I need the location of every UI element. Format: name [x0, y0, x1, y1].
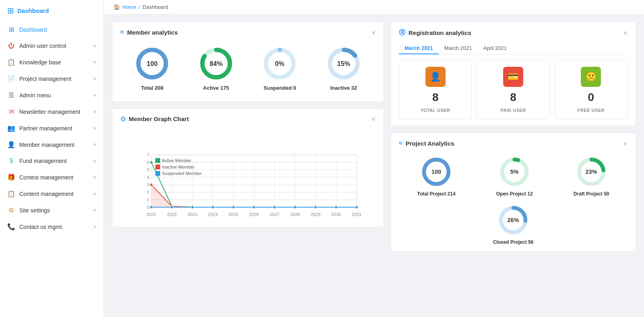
reg-card-total: 👤 8 TOTAL USER — [399, 60, 472, 119]
sidebar-nav: ⊞ Dashboard ⏻ Admin user control ∨ 📋 Kno… — [0, 21, 103, 235]
sidebar-item-knowledge-base[interactable]: 📋 Knowledge base ∨ — [0, 54, 103, 70]
svg-point-74 — [212, 206, 215, 209]
svg-text:2031: 2031 — [352, 212, 361, 217]
knowledge-base-icon: 📋 — [7, 58, 15, 66]
svg-text:100: 100 — [147, 60, 158, 67]
svg-text:2026: 2026 — [249, 212, 259, 217]
site-settings-icon: ⚙ — [7, 206, 15, 214]
project-icon: ≈ — [399, 140, 402, 147]
member-analytics-chevron[interactable]: ∨ — [372, 29, 376, 35]
svg-point-49 — [150, 161, 153, 164]
sidebar-logo[interactable]: ⊞ Dashboard — [0, 0, 103, 21]
reg-tab-1[interactable]: March 2021 — [439, 43, 478, 54]
breadcrumb-home[interactable]: Home — [122, 4, 136, 10]
sidebar-item-admin-user-control[interactable]: ⏻ Admin user control ∨ — [0, 38, 103, 54]
dashboard-icon: ⊞ — [7, 26, 15, 33]
sidebar-item-dashboard[interactable]: ⊞ Dashboard — [0, 21, 103, 38]
svg-point-77 — [273, 206, 276, 209]
svg-point-71 — [150, 206, 153, 209]
sidebar-label-admin-menu: Admin menu — [19, 92, 51, 99]
sidebar-label-member: Member management — [19, 142, 74, 148]
svg-text:2027: 2027 — [270, 212, 279, 217]
content-area: ≈ Member analytics ∨ 100 Total 208 84% A… — [104, 14, 644, 317]
sidebar-label-fund: Fund management — [19, 158, 67, 164]
reg-label-free: FREE USER — [578, 108, 605, 113]
donut-svg: 23% — [575, 156, 607, 188]
sidebar-label-project-management: Project management — [19, 76, 71, 82]
project-label-total: Total Project 214 — [417, 191, 455, 197]
reg-tab-0[interactable]: March 2021 — [399, 43, 439, 54]
svg-text:84%: 84% — [210, 60, 223, 67]
svg-rect-84 — [155, 165, 160, 169]
contest-icon: 🎁 — [7, 173, 15, 181]
breadcrumb-current: Dashboard — [142, 4, 168, 10]
sidebar-item-project-management[interactable]: 📄 Project management ∨ — [0, 70, 103, 87]
project-analytics-title: ≈ Project Analytics — [399, 140, 454, 147]
svg-text:2030: 2030 — [331, 212, 341, 217]
reg-icon-total: 👤 — [425, 67, 446, 87]
sidebar-item-contact[interactable]: 📞 Contact us mgmt. ∨ — [0, 218, 103, 235]
reg-tab-2[interactable]: April 2021 — [477, 43, 512, 54]
project-donut-closed: 26% Closed Project 56 — [493, 204, 534, 245]
chevron-admin-user-control: ∨ — [93, 43, 96, 49]
project-donut-draft: 23% Draft Project 50 — [574, 156, 609, 197]
svg-text:Active Member: Active Member — [162, 158, 192, 163]
project-label-open: Open Project 12 — [496, 191, 533, 197]
svg-point-78 — [294, 206, 297, 209]
registration-icon: Ⓡ — [399, 29, 405, 37]
sidebar-item-admin-menu[interactable]: ☰ Admin menu ∨ — [0, 87, 103, 103]
chevron-knowledge-base: ∨ — [93, 60, 96, 65]
registration-analytics-card: Ⓡ Registration analytics ∨ March 2021Mar… — [390, 22, 636, 126]
sidebar-item-partner[interactable]: 👥 Partner management ∨ — [0, 120, 103, 136]
sidebar-item-contest[interactable]: 🎁 Contest management ∨ — [0, 169, 103, 185]
donut-item-inactive: 15% Inactive 32 — [326, 45, 362, 91]
donut-svg: 5% — [498, 156, 530, 188]
donut-svg: 100 — [420, 156, 452, 188]
reg-card-free: 🙁 0 FREE USER — [555, 60, 627, 119]
reg-card-paid: 💳 8 PAID USER — [477, 60, 549, 119]
sidebar-label-admin-user-control: Admin user control — [19, 43, 66, 49]
project-analytics-chevron[interactable]: ∨ — [623, 140, 627, 146]
svg-point-81 — [355, 206, 358, 209]
donut-svg: 15% — [326, 45, 362, 82]
sidebar-label-knowledge-base: Knowledge base — [19, 59, 61, 66]
project-label-draft: Draft Project 50 — [574, 191, 609, 197]
project-donut-open: 5% Open Project 12 — [496, 156, 533, 197]
sidebar-label-content: Content management — [19, 191, 74, 197]
svg-text:15%: 15% — [337, 60, 350, 67]
sidebar-item-member[interactable]: 👤 Member management ∨ — [0, 136, 103, 153]
sidebar: ⊞ Dashboard ⊞ Dashboard ⏻ Admin user con… — [0, 0, 104, 317]
registration-tabs: March 2021March 2021April 2021 — [399, 43, 627, 54]
svg-text:2025: 2025 — [229, 212, 238, 217]
svg-point-72 — [171, 206, 173, 209]
breadcrumb-separator: / — [139, 4, 140, 10]
svg-text:5: 5 — [147, 167, 149, 172]
sidebar-item-fund[interactable]: $ Fund management ∨ — [0, 153, 103, 169]
chevron-admin-menu: ∨ — [93, 93, 96, 98]
admin-menu-icon: ☰ — [7, 91, 15, 99]
newsletter-icon: ✉ — [7, 108, 15, 115]
registration-analytics-title: Ⓡ Registration analytics — [399, 29, 471, 37]
registration-analytics-chevron[interactable]: ∨ — [623, 30, 627, 36]
sidebar-item-content[interactable]: 📋 Content management ∨ — [0, 185, 103, 202]
svg-text:2024: 2024 — [208, 212, 218, 217]
sidebar-label-newsletter: Newsletter management — [19, 109, 80, 115]
member-graph-title: ⊙ Member Graph Chart — [120, 115, 189, 123]
svg-point-79 — [314, 206, 317, 209]
graph-icon: ⊙ — [120, 115, 126, 123]
donut-item-active: 84% Active 175 — [198, 45, 234, 91]
donut-svg: 100 — [134, 45, 170, 82]
svg-text:100: 100 — [431, 169, 441, 175]
chevron-project-management: ∨ — [93, 76, 96, 81]
member-graph-chevron[interactable]: ∨ — [372, 116, 376, 122]
registration-analytics-header: Ⓡ Registration analytics ∨ — [399, 29, 627, 37]
svg-text:5%: 5% — [510, 169, 519, 175]
member-icon: 👤 — [7, 141, 15, 148]
sidebar-item-site-settings[interactable]: ⚙ Site settings ∨ — [0, 202, 103, 218]
reg-count-total: 8 — [432, 91, 439, 104]
sidebar-item-newsletter[interactable]: ✉ Newsletter management ∨ — [0, 103, 103, 120]
fund-icon: $ — [7, 157, 15, 165]
svg-point-80 — [335, 206, 338, 209]
contact-icon: 📞 — [7, 223, 15, 231]
svg-text:Suspended Member: Suspended Member — [162, 171, 202, 176]
